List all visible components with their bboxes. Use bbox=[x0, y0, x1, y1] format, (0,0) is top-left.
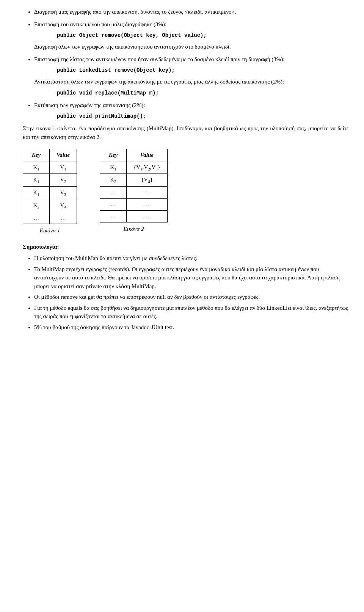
semantics-text-1: Η υλοποίηση του MultiMap θα πρέπει να γί… bbox=[34, 255, 197, 261]
t2-r2-val: {V4} bbox=[127, 174, 168, 187]
semantics-section: Σημασιολογία: Η υλοποίηση του MultiMap θ… bbox=[23, 243, 349, 332]
table2-caption: Εικόνα 2 bbox=[124, 225, 144, 233]
table2-header-value: Value bbox=[127, 149, 168, 161]
table1: Key Value K1 V1 K1 V2 K1 V3 bbox=[23, 149, 77, 224]
table-row: … … bbox=[100, 210, 168, 222]
t1-r4-key: K2 bbox=[23, 199, 50, 212]
table-row: K2 V4 bbox=[23, 199, 77, 212]
table-row: K2 {V4} bbox=[100, 174, 168, 187]
bullet-list-4: Εκτύπωση των εγγραφών της απεικόνισης (2… bbox=[34, 101, 349, 121]
t2-r2-key: K2 bbox=[100, 174, 127, 187]
bullet3-outro: Αντικατάσταση όλων των εγγραφών της απει… bbox=[34, 79, 284, 85]
table-row: K1 V3 bbox=[23, 186, 77, 199]
code-replace: public void replace(MultiMap m); bbox=[57, 89, 349, 97]
tables-section: Key Value K1 V1 K1 V2 K1 V3 bbox=[23, 149, 349, 235]
table2-container: Key Value K1 {V1,V2,V3} K2 {V4} … bbox=[100, 149, 168, 233]
t1-r5-key: … bbox=[23, 212, 50, 224]
table1-caption: Εικόνα 1 bbox=[40, 226, 60, 235]
list-item-1: Διαγραφή μίας εγγραφής από την απεικόνισ… bbox=[34, 8, 349, 16]
semantics-text-4: Για τη μέθοδο equals θα σας βοηθήσει να … bbox=[34, 305, 348, 320]
t2-r1-val: {V1,V2,V3} bbox=[127, 161, 168, 174]
bullet2-intro: Επιστροφή του αντικειμένου που μόλις δια… bbox=[34, 21, 166, 27]
bullet3-intro: Επιστροφή της λίστας των αντικειμένων πο… bbox=[34, 56, 285, 62]
table2: Key Value K1 {V1,V2,V3} K2 {V4} … bbox=[100, 149, 168, 222]
semantics-list: Η υλοποίηση του MultiMap θα πρέπει να γί… bbox=[34, 254, 349, 331]
table2-header-key: Key bbox=[100, 149, 127, 161]
t1-r1-val: V1 bbox=[50, 161, 77, 174]
semantics-text-3: Οι μέθοδοι remove και get θα πρέπει να ε… bbox=[34, 294, 260, 300]
t1-r5-val: … bbox=[50, 212, 77, 224]
t1-r1-key: K1 bbox=[23, 161, 50, 174]
t2-r5-key: … bbox=[100, 210, 127, 222]
t1-r3-key: K1 bbox=[23, 186, 50, 199]
t2-r4-key: … bbox=[100, 199, 127, 211]
main-content: Διαγραφή μίας εγγραφής από την απεικόνισ… bbox=[23, 8, 349, 331]
table-row: K1 V2 bbox=[23, 174, 77, 187]
t2-r3-val: … bbox=[127, 186, 168, 199]
code-remove-kv: public Object remove(Object key, Object … bbox=[57, 32, 349, 39]
semantics-item-1: Η υλοποίηση του MultiMap θα πρέπει να γί… bbox=[34, 254, 349, 263]
bullet-list-3: Επιστροφή της λίστας των αντικειμένων πο… bbox=[34, 55, 349, 97]
table-row: … … bbox=[100, 186, 168, 199]
table-row: … … bbox=[23, 212, 77, 224]
bullet-list-top: Διαγραφή μίας εγγραφής από την απεικόνισ… bbox=[34, 8, 349, 16]
semantics-item-3: Οι μέθοδοι remove και get θα πρέπει να ε… bbox=[34, 293, 349, 301]
semantics-heading: Σημασιολογία: bbox=[23, 243, 349, 251]
semantics-item-4: Για τη μέθοδο equals θα σας βοηθήσει να … bbox=[34, 304, 349, 321]
t2-r5-val: … bbox=[127, 210, 168, 222]
table-row: K1 V1 bbox=[23, 161, 77, 174]
table1-header-key: Key bbox=[23, 149, 50, 161]
semantics-item-5: 5% του βαθμού της άσκησης παίρνουν τα Ja… bbox=[34, 323, 349, 332]
t1-r2-val: V2 bbox=[50, 174, 77, 187]
list-item-2: Επιστροφή του αντικειμένου που μόλις δια… bbox=[34, 20, 349, 51]
bullet-list-2: Επιστροφή του αντικειμένου που μόλις δια… bbox=[34, 20, 349, 51]
t1-r4-val: V4 bbox=[50, 199, 77, 212]
bullet4-intro: Εκτύπωση των εγγραφών της απεικόνισης (2… bbox=[34, 102, 145, 108]
t2-r1-key: K1 bbox=[100, 161, 127, 174]
t2-r3-key: … bbox=[100, 186, 127, 199]
bullet1-text: Διαγραφή μίας εγγραφής από την απεικόνισ… bbox=[34, 9, 236, 15]
code-print: public void printMultimap(); bbox=[57, 112, 349, 120]
table1-container: Key Value K1 V1 K1 V2 K1 V3 bbox=[23, 149, 77, 235]
semantics-item-2: Το MultiMap περιέχει εγγραφές (records).… bbox=[34, 265, 349, 291]
t2-r4-val: … bbox=[127, 199, 168, 211]
t1-r2-key: K1 bbox=[23, 174, 50, 187]
semantics-text-5: 5% του βαθμού της άσκησης παίρνουν τα Ja… bbox=[34, 324, 174, 330]
table-row: K1 {V1,V2,V3} bbox=[100, 161, 168, 174]
list-item-3: Επιστροφή της λίστας των αντικειμένων πο… bbox=[34, 55, 349, 97]
semantics-text-2: Το MultiMap περιέχει εγγραφές (records).… bbox=[34, 266, 340, 289]
code-remove-key: public LinkedList remove(Object key); bbox=[57, 66, 349, 74]
table-row: … … bbox=[100, 199, 168, 211]
t1-r3-val: V3 bbox=[50, 186, 77, 199]
list-item-4: Εκτύπωση των εγγραφών της απεικόνισης (2… bbox=[34, 101, 349, 121]
paragraph1: Στην εικόνα 1 φαίνεται ένα παράδειγμα απ… bbox=[23, 124, 349, 141]
table1-header-value: Value bbox=[50, 149, 77, 161]
bullet2-outro: Διαγραφή όλων των εγγραφών της απεικόνισ… bbox=[34, 44, 231, 50]
